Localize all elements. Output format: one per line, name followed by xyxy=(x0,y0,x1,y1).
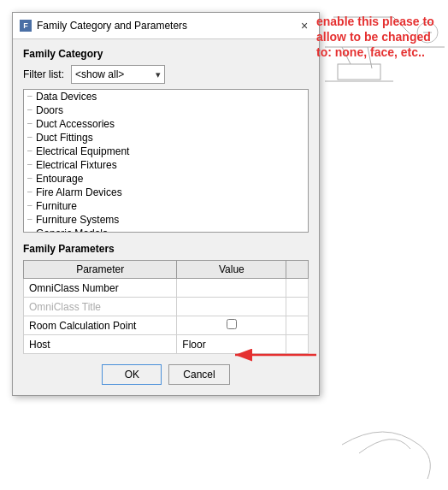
list-item[interactable]: Electrical Fixtures xyxy=(24,158,308,172)
room-calc-checkbox[interactable] xyxy=(227,319,237,329)
svg-line-1 xyxy=(393,17,410,34)
list-item[interactable]: Data Devices xyxy=(24,90,308,103)
list-item[interactable]: Fire Alarm Devices xyxy=(24,186,308,199)
category-list-box[interactable]: Data DevicesDoorsDuct AccessoriesDuct Fi… xyxy=(23,89,309,233)
family-category-label: Family Category xyxy=(23,48,309,60)
list-item[interactable]: Doors xyxy=(24,103,308,117)
parameters-table: Parameter Value OmniClass NumberOmniClas… xyxy=(23,260,309,354)
param-name-cell: OmniClass Title xyxy=(24,298,177,316)
param-extra-cell xyxy=(286,316,309,335)
family-parameters-label: Family Parameters xyxy=(23,243,309,255)
param-value-cell xyxy=(177,316,286,335)
param-value-cell xyxy=(177,279,286,298)
ok-button[interactable]: OK xyxy=(102,364,162,385)
list-item[interactable]: Duct Fittings xyxy=(24,131,308,145)
table-row: Room Calculation Point xyxy=(24,316,309,335)
title-bar: F Family Category and Parameters × xyxy=(13,13,319,39)
svg-rect-5 xyxy=(338,64,380,80)
list-item[interactable]: Furniture Systems xyxy=(24,213,308,227)
dialog-family-category-parameters: F Family Category and Parameters × Famil… xyxy=(12,12,320,396)
svg-line-4 xyxy=(368,47,372,68)
title-bar-left: F Family Category and Parameters xyxy=(20,20,187,32)
param-value-cell: Floor xyxy=(177,335,286,354)
table-row: OmniClass Number xyxy=(24,279,309,298)
dialog-body: Family Category Filter list: <show all> … xyxy=(13,39,319,395)
button-row: OK Cancel xyxy=(23,364,309,385)
param-extra-cell xyxy=(286,298,309,316)
filter-row: Filter list: <show all> xyxy=(23,65,309,84)
param-name-cell: Host xyxy=(24,335,177,354)
table-row: HostFloor xyxy=(24,335,309,354)
cancel-button[interactable]: Cancel xyxy=(168,364,229,385)
filter-list-label: Filter list: xyxy=(23,68,64,80)
filter-select-wrapper[interactable]: <show all> xyxy=(71,65,165,84)
list-item[interactable]: Entourage xyxy=(24,172,308,186)
close-button[interactable]: × xyxy=(297,18,312,33)
param-extra-cell xyxy=(286,335,309,354)
list-item[interactable]: Generic Models xyxy=(24,227,308,233)
param-value-cell xyxy=(177,298,286,316)
param-name-cell: Room Calculation Point xyxy=(24,316,177,335)
param-extra-cell xyxy=(286,279,309,298)
filter-select[interactable]: <show all> xyxy=(71,65,165,84)
param-name-cell: OmniClass Number xyxy=(24,279,177,298)
dialog-icon: F xyxy=(20,20,32,32)
col-value: Value xyxy=(177,261,286,279)
list-item[interactable]: Furniture xyxy=(24,199,308,213)
col-parameter: Parameter xyxy=(24,261,177,279)
list-item[interactable]: Electrical Equipment xyxy=(24,145,308,158)
table-row: OmniClass Title xyxy=(24,298,309,316)
dialog-title: Family Category and Parameters xyxy=(37,20,187,32)
category-list: Data DevicesDoorsDuct AccessoriesDuct Fi… xyxy=(24,90,308,233)
col-extra xyxy=(286,261,309,279)
list-item[interactable]: Duct Accessories xyxy=(24,117,308,131)
svg-line-3 xyxy=(342,47,351,64)
